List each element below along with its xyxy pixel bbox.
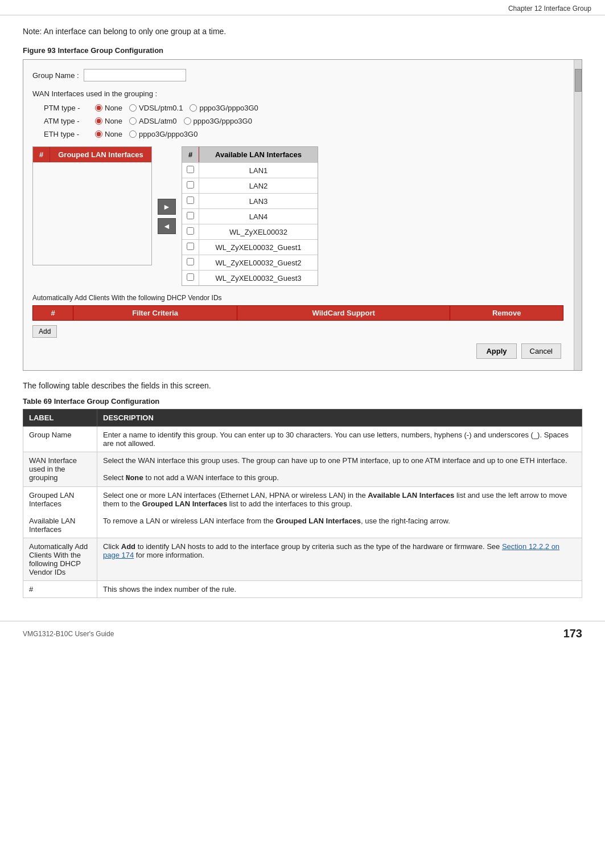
atm-row: ATM type - None ADSL/atm0 pppo3G/pppo3G0 bbox=[32, 117, 563, 125]
table-title: Table 69 Interface Group Configuration bbox=[23, 397, 582, 406]
dhcp-col-remove: Remove bbox=[450, 306, 563, 321]
figure-title: Figure 93 Interface Group Configuration bbox=[23, 46, 582, 55]
eth-none-radio[interactable] bbox=[95, 130, 102, 138]
row-label: Group Name bbox=[23, 427, 97, 452]
dhcp-col-wildcard: WildCard Support bbox=[237, 306, 450, 321]
move-right-button[interactable]: ► bbox=[158, 199, 176, 215]
atm-none-radio[interactable] bbox=[95, 117, 102, 125]
lan4-checkbox[interactable] bbox=[187, 212, 194, 219]
grouped-hash-col: # bbox=[33, 147, 50, 162]
wl-zyxel-guest3-checkbox[interactable] bbox=[187, 273, 194, 281]
grouped-lan-table: # Grouped LAN Interfaces bbox=[32, 146, 152, 265]
available-lan-table: # Available LAN Interfaces LAN1 LAN2 bbox=[182, 146, 318, 286]
list-item: LAN1 bbox=[182, 162, 318, 178]
arrow-buttons: ► ◄ bbox=[152, 199, 182, 234]
page-number: 173 bbox=[563, 627, 582, 640]
lan1-checkbox[interactable] bbox=[187, 166, 194, 173]
grouped-name-col: Grouped LAN Interfaces bbox=[50, 147, 151, 162]
table-row: Automatically Add Clients With the follo… bbox=[23, 538, 582, 581]
list-item: LAN4 bbox=[182, 208, 318, 224]
dhcp-title: Automatically Add Clients With the follo… bbox=[32, 294, 563, 302]
available-name-col: Available LAN Interfaces bbox=[199, 147, 318, 162]
lan-tables-area: # Grouped LAN Interfaces ► ◄ # Available… bbox=[32, 146, 563, 286]
atm-none-option[interactable]: None bbox=[95, 117, 122, 125]
row-label: WAN Interface used in the grouping bbox=[23, 452, 97, 487]
row-label: Automatically Add Clients With the follo… bbox=[23, 538, 97, 581]
lan2-checkbox[interactable] bbox=[187, 181, 194, 189]
page-header: Chapter 12 Interface Group bbox=[0, 0, 605, 15]
group-name-input[interactable] bbox=[84, 69, 186, 81]
atm-options: None ADSL/atm0 pppo3G/pppo3G0 bbox=[95, 117, 252, 125]
ptm-row: PTM type - None VDSL/ptm0.1 pppo3G/pppo3… bbox=[32, 104, 563, 112]
row-label: Grouped LAN InterfacesAvailable LAN Inte… bbox=[23, 487, 97, 538]
move-left-button[interactable]: ◄ bbox=[158, 218, 176, 234]
intro-note: Note: An interface can belong to only on… bbox=[23, 27, 582, 36]
row-desc: Click Add to identify LAN hosts to add t… bbox=[97, 538, 582, 581]
atm-adsl-option[interactable]: ADSL/atm0 bbox=[129, 117, 176, 125]
atm-pppo-option[interactable]: pppo3G/pppo3G0 bbox=[184, 117, 252, 125]
ptm-vdsl-radio[interactable] bbox=[129, 104, 137, 112]
row-label: # bbox=[23, 581, 97, 598]
config-box: Group Name : WAN Interfaces used in the … bbox=[23, 59, 582, 371]
ptm-vdsl-option[interactable]: VDSL/ptm0.1 bbox=[129, 104, 183, 112]
row-desc: Select the WAN interface this group uses… bbox=[97, 452, 582, 487]
eth-row: ETH type - None pppo3G/pppo3G0 bbox=[32, 130, 563, 138]
page-footer: VMG1312-B10C User's Guide 173 bbox=[0, 621, 605, 646]
ptm-options: None VDSL/ptm0.1 pppo3G/pppo3G0 bbox=[95, 104, 258, 112]
dhcp-table: # Filter Criteria WildCard Support Remov… bbox=[32, 305, 563, 321]
eth-options: None pppo3G/pppo3G0 bbox=[95, 130, 197, 138]
row-desc: This shows the index number of the rule. bbox=[97, 581, 582, 598]
list-item: WL_ZyXEL00032_Guest2 bbox=[182, 255, 318, 270]
scrollbar[interactable] bbox=[574, 60, 582, 370]
lan3-checkbox[interactable] bbox=[187, 196, 194, 204]
available-hash-col: # bbox=[182, 147, 199, 162]
add-button[interactable]: Add bbox=[32, 325, 57, 338]
ptm-none-radio[interactable] bbox=[95, 104, 102, 112]
wl-zyxel-checkbox[interactable] bbox=[187, 227, 194, 235]
wan-section-title: WAN Interfaces used in the grouping : bbox=[32, 89, 563, 98]
list-item: WL_ZyXEL00032_Guest3 bbox=[182, 270, 318, 285]
action-row: Apply Cancel bbox=[32, 338, 563, 361]
chapter-title: Chapter 12 Interface Group bbox=[508, 5, 591, 13]
eth-none-option[interactable]: None bbox=[95, 130, 122, 138]
following-text: The following table describes the fields… bbox=[23, 381, 582, 390]
table-row: # This shows the index number of the rul… bbox=[23, 581, 582, 598]
table-header-description: DESCRIPTION bbox=[97, 410, 582, 427]
dhcp-section: Automatically Add Clients With the follo… bbox=[32, 294, 563, 338]
group-name-row: Group Name : bbox=[32, 69, 563, 81]
row-desc: Select one or more LAN interfaces (Ether… bbox=[97, 487, 582, 538]
table-row: Group Name Enter a name to identify this… bbox=[23, 427, 582, 452]
atm-adsl-radio[interactable] bbox=[129, 117, 137, 125]
row-desc: Enter a name to identify this group. You… bbox=[97, 427, 582, 452]
description-table: LABEL DESCRIPTION Group Name Enter a nam… bbox=[23, 409, 582, 598]
atm-pppo-radio[interactable] bbox=[184, 117, 191, 125]
cancel-button[interactable]: Cancel bbox=[521, 343, 561, 359]
table-header-label: LABEL bbox=[23, 410, 97, 427]
ptm-none-option[interactable]: None bbox=[95, 104, 122, 112]
grouped-lan-header: # Grouped LAN Interfaces bbox=[33, 147, 151, 162]
scrollbar-thumb[interactable] bbox=[575, 69, 582, 92]
eth-pppo-option[interactable]: pppo3G/pppo3G0 bbox=[129, 130, 197, 138]
list-item: WL_ZyXEL00032 bbox=[182, 224, 318, 239]
eth-pppo-radio[interactable] bbox=[129, 130, 137, 138]
ptm-label: PTM type - bbox=[44, 104, 95, 112]
wl-zyxel-guest1-checkbox[interactable] bbox=[187, 243, 194, 250]
section-link[interactable]: Section 12.2.2 on page 174 bbox=[103, 542, 559, 559]
dhcp-col-filter: Filter Criteria bbox=[73, 306, 237, 321]
group-name-label: Group Name : bbox=[32, 71, 79, 80]
description-table-body: Group Name Enter a name to identify this… bbox=[23, 427, 582, 598]
apply-button[interactable]: Apply bbox=[476, 343, 516, 359]
wl-zyxel-guest2-checkbox[interactable] bbox=[187, 258, 194, 265]
list-item: LAN3 bbox=[182, 193, 318, 208]
atm-label: ATM type - bbox=[44, 117, 95, 125]
dhcp-col-hash: # bbox=[33, 306, 73, 321]
ptm-pppo-radio[interactable] bbox=[190, 104, 197, 112]
available-lan-header: # Available LAN Interfaces bbox=[182, 147, 318, 162]
footer-left: VMG1312-B10C User's Guide bbox=[23, 630, 114, 638]
ptm-pppo-option[interactable]: pppo3G/pppo3G0 bbox=[190, 104, 258, 112]
grouped-lan-empty bbox=[33, 162, 151, 265]
list-item: LAN2 bbox=[182, 178, 318, 193]
list-item: WL_ZyXEL00032_Guest1 bbox=[182, 239, 318, 255]
table-row: WAN Interface used in the grouping Selec… bbox=[23, 452, 582, 487]
table-row: Grouped LAN InterfacesAvailable LAN Inte… bbox=[23, 487, 582, 538]
